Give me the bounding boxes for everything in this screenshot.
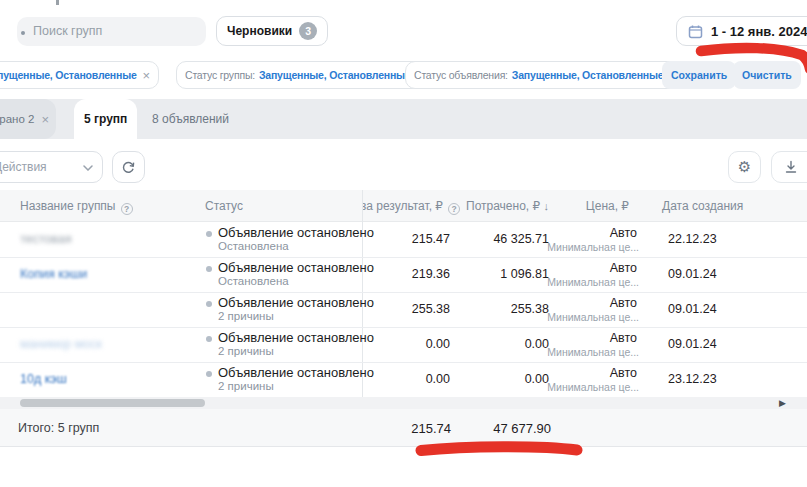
column-header-status[interactable]: Статус — [205, 199, 243, 213]
download-icon — [784, 160, 798, 174]
status-dot-icon — [206, 371, 212, 377]
group-name-link[interactable]: 10д кэш — [20, 372, 67, 386]
actions-label: Действия — [0, 160, 47, 174]
column-header-created[interactable]: Дата создания — [662, 199, 743, 213]
chevron-down-icon — [83, 165, 93, 171]
status-dot-icon — [206, 336, 212, 342]
question-icon[interactable]: ? — [121, 203, 133, 215]
totals-label: Итого: 5 групп — [18, 421, 99, 435]
date-range-picker[interactable]: 1 - 12 янв. 2024 — [676, 16, 807, 46]
drafts-count-badge: 3 — [299, 22, 317, 40]
close-icon[interactable]: × — [39, 113, 49, 126]
status-subtext: Остановлена — [218, 240, 289, 252]
status-text: Объявление остановлено — [218, 330, 374, 345]
scroll-right-arrow-icon[interactable]: ▶ — [779, 398, 786, 408]
filter-chip-values: Запущенные, Остановленные — [0, 69, 137, 81]
group-name-link[interactable]: Копия кэши — [20, 267, 87, 281]
table-row[interactable] — [0, 327, 807, 362]
filter-chip-cropped[interactable]: Запущенные, Остановленные × — [0, 61, 159, 89]
clear-filters-button[interactable]: Очистить — [733, 61, 801, 89]
gear-icon: ⚙ — [738, 158, 751, 176]
ads-manager-screen: Поиск групп Черновики 3 1 - 12 янв. 2024… — [0, 0, 807, 487]
status-text: Объявление остановлено — [218, 295, 374, 310]
table-row[interactable] — [0, 292, 807, 327]
table-row[interactable] — [0, 362, 807, 397]
filter-chip-label: Статус объявления: — [414, 69, 508, 81]
status-text: Объявление остановлено — [218, 365, 374, 380]
question-icon[interactable]: ? — [448, 203, 460, 215]
table-row[interactable] — [0, 257, 807, 292]
sort-desc-icon: ↓ — [544, 200, 550, 212]
status-dot-icon — [206, 266, 212, 272]
groups-table: Название группы? Статус Цена за результа… — [0, 190, 807, 397]
group-name-link: маникюр моск — [20, 337, 102, 351]
actions-dropdown[interactable]: Действия — [0, 151, 103, 183]
filter-chip-group-status[interactable]: Статус группы: Запущенные, Остановленные… — [176, 61, 433, 89]
scrollbar-thumb[interactable] — [20, 399, 205, 407]
calendar-icon — [688, 24, 703, 39]
filter-chip-ad-status[interactable]: Статус объявления: Запущенные, Остановле… — [405, 61, 686, 89]
marker-annotation-total — [421, 447, 577, 451]
filter-chip-values: Запущенные, Остановленные — [259, 69, 411, 81]
filter-chip-label: Статус группы: — [185, 69, 255, 81]
export-button[interactable] — [771, 151, 807, 183]
column-header-spent[interactable]: Потрачено, ₽ ↓ — [466, 199, 549, 213]
save-filters-button[interactable]: Сохранить — [662, 61, 736, 89]
status-text: Объявление остановлено — [218, 260, 374, 275]
refresh-button[interactable] — [112, 151, 145, 183]
search-placeholder: Поиск групп — [33, 24, 102, 38]
table-footer — [0, 409, 807, 447]
status-subtext: 2 причины — [218, 380, 274, 392]
status-subtext: Остановлена — [218, 275, 289, 287]
status-subtext: 2 причины — [218, 310, 274, 322]
column-header-cost-per-result[interactable]: Цена за результат, ₽? — [362, 199, 460, 215]
table-row[interactable] — [0, 222, 807, 257]
status-dot-icon — [206, 301, 212, 307]
cropped-element-remnant — [56, 0, 59, 5]
status-dot-icon — [206, 231, 212, 237]
selected-count-chip[interactable]: Выбрано 2 × — [0, 99, 56, 139]
totals-spent: 47 677.90 — [493, 421, 551, 436]
group-name-link: тестовая — [20, 232, 72, 246]
close-icon[interactable]: × — [141, 69, 150, 82]
tab-groups[interactable]: 5 групп — [74, 99, 137, 139]
refresh-icon — [121, 160, 136, 175]
filter-chip-values: Запущенные, Остановленные — [512, 69, 664, 81]
tab-ads[interactable]: 8 объявлений — [146, 99, 235, 139]
column-header-price[interactable]: Цена, ₽ — [586, 199, 629, 213]
search-icon — [21, 31, 25, 35]
date-range-value: 1 - 12 янв. 2024 — [711, 24, 807, 39]
selected-count-label: Выбрано 2 — [0, 113, 34, 125]
drafts-button[interactable]: Черновики 3 — [216, 16, 328, 46]
settings-button[interactable]: ⚙ — [728, 151, 761, 183]
status-subtext: 2 причины — [218, 345, 274, 357]
totals-cost-per-result: 215.74 — [411, 421, 451, 436]
status-text: Объявление остановлено — [218, 225, 374, 240]
column-header-name[interactable]: Название группы? — [20, 199, 133, 215]
drafts-label: Черновики — [227, 24, 292, 38]
